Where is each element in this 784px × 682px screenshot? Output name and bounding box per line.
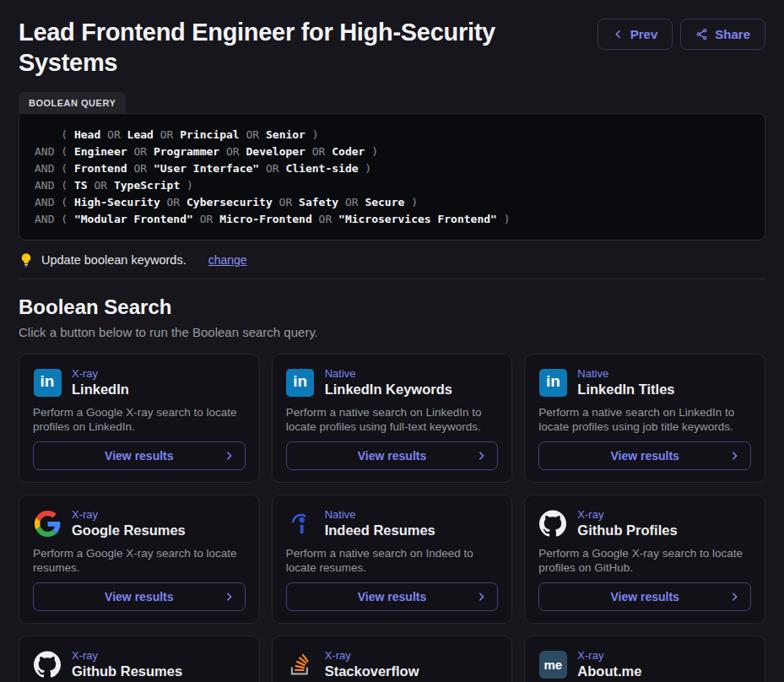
query-line: AND ( TS OR TypeScript ) (35, 177, 749, 194)
card-badge: Native (325, 367, 452, 381)
chevron-right-icon (224, 592, 235, 603)
card-badge: X-ray (72, 649, 182, 663)
google-icon (33, 509, 62, 538)
view-results-label: View results (358, 590, 426, 604)
card-head: X-ray Stackoverflow (286, 649, 499, 679)
search-card: in Native LinkedIn Titles Perform a nati… (524, 354, 765, 483)
view-results-button[interactable]: View results (538, 582, 751, 611)
card-title: LinkedIn Keywords (325, 381, 452, 398)
card-title: Github Resumes (72, 663, 182, 679)
share-button[interactable]: Share (680, 19, 765, 50)
card-title: LinkedIn Titles (577, 381, 674, 398)
card-head: X-ray Github Resumes (33, 649, 246, 679)
query-line: AND ( Frontend OR "User Interface" OR Cl… (35, 160, 749, 177)
card-title: Google Resumes (72, 522, 186, 539)
query-line: AND ( High-Security OR Cybersecurity OR … (35, 194, 749, 211)
view-results-button[interactable]: View results (538, 441, 751, 470)
query-line: ( Head OR Lead OR Principal OR Senior ) (35, 127, 749, 143)
github-icon (538, 509, 567, 538)
card-description: Perform a Google X-ray search to locate … (33, 405, 246, 434)
view-results-button[interactable]: View results (33, 441, 246, 470)
card-title: Stackoverflow (325, 663, 419, 679)
card-badge: Native (325, 508, 435, 522)
card-head: X-ray Github Profiles (538, 508, 751, 539)
divider (19, 279, 765, 279)
view-results-label: View results (358, 449, 426, 463)
card-badge: X-ray (72, 508, 186, 522)
card-description: Perform a native search on LinkedIn to l… (286, 405, 499, 434)
tip-row: Update boolean keywords. change (19, 252, 765, 268)
card-badge: X-ray (72, 367, 129, 381)
query-line: AND ( "Modular Frontend" OR Micro-Fronte… (35, 211, 749, 228)
tip-text: Update boolean keywords. (41, 253, 187, 267)
chevron-right-icon (224, 451, 235, 462)
card-description: Perform a native search on Indeed to loc… (286, 546, 499, 575)
view-results-label: View results (610, 590, 679, 604)
card-head: in Native LinkedIn Titles (538, 367, 751, 398)
stackoverflow-icon (286, 650, 315, 679)
indeed-icon (286, 509, 315, 538)
card-head: in X-ray LinkedIn (33, 367, 246, 398)
chevron-right-icon (476, 451, 487, 462)
lightbulb-icon (19, 252, 34, 268)
card-badge: X-ray (577, 508, 677, 522)
prev-button-label: Prev (630, 27, 658, 41)
header-actions: Prev Share (597, 17, 765, 50)
card-head: X-ray Google Resumes (33, 508, 246, 539)
view-results-button[interactable]: View results (33, 582, 246, 611)
card-title: LinkedIn (72, 381, 129, 398)
card-title: About.me (577, 663, 641, 679)
prev-button[interactable]: Prev (597, 19, 673, 50)
github-icon (33, 650, 62, 679)
card-badge: X-ray (325, 649, 419, 663)
card-badge: X-ray (577, 649, 641, 663)
search-card: X-ray Github Profiles Perform a Google X… (524, 495, 765, 624)
card-description: Perform a native search on LinkedIn to l… (538, 405, 751, 434)
card-head: Native Indeed Resumes (286, 508, 499, 539)
search-card: in X-ray LinkedIn Perform a Google X-ray… (19, 354, 260, 483)
card-title: Indeed Resumes (325, 522, 435, 539)
view-results-button[interactable]: View results (286, 582, 499, 611)
card-head: me X-ray About.me (538, 649, 751, 679)
search-card: X-ray Google Resumes Perform a Google X-… (19, 495, 260, 624)
header: Lead Frontend Engineer for High-Security… (19, 0, 765, 78)
card-badge: Native (577, 367, 674, 381)
search-card: in Native LinkedIn Keywords Perform a na… (272, 354, 513, 483)
chevron-left-icon (613, 29, 624, 40)
boolean-query-block[interactable]: ( Head OR Lead OR Principal OR Senior )A… (19, 113, 765, 241)
linkedin-icon: in (538, 368, 567, 397)
card-description: Perform a Google X-ray search to locate … (538, 546, 751, 575)
view-results-label: View results (105, 590, 173, 604)
chevron-right-icon (729, 451, 740, 462)
cards-grid: in X-ray LinkedIn Perform a Google X-ray… (19, 354, 765, 682)
linkedin-icon: in (286, 368, 315, 397)
search-card: X-ray Stackoverflow View results (272, 636, 513, 682)
query-line: AND ( Engineer OR Programmer OR Develope… (35, 143, 749, 160)
chevron-right-icon (729, 592, 740, 603)
aboutme-icon: me (538, 650, 567, 679)
boolean-query-tab: BOOLEAN QUERY (19, 92, 126, 113)
boolean-query-panel: BOOLEAN QUERY ( Head OR Lead OR Principa… (19, 92, 765, 241)
card-description: Perform a Google X-ray search to locate … (33, 546, 246, 575)
share-icon (695, 28, 708, 41)
view-results-label: View results (610, 449, 679, 463)
section-subtitle: Click a button below to run the Boolean … (19, 325, 765, 339)
page: Lead Frontend Engineer for High-Security… (0, 0, 784, 682)
share-button-label: Share (715, 27, 750, 41)
search-card: Native Indeed Resumes Perform a native s… (272, 495, 513, 624)
chevron-right-icon (476, 592, 487, 603)
card-title: Github Profiles (577, 522, 677, 539)
search-card: me X-ray About.me View results (524, 636, 765, 682)
linkedin-icon: in (33, 368, 62, 397)
card-head: in Native LinkedIn Keywords (286, 367, 499, 398)
view-results-label: View results (105, 449, 173, 463)
section-title: Boolean Search (19, 295, 765, 319)
search-card: X-ray Github Resumes View results (19, 636, 260, 682)
view-results-button[interactable]: View results (286, 441, 499, 470)
query-code: ( Head OR Lead OR Principal OR Senior )A… (35, 127, 749, 228)
change-link[interactable]: change (208, 253, 247, 267)
page-title: Lead Frontend Engineer for High-Security… (19, 17, 576, 78)
